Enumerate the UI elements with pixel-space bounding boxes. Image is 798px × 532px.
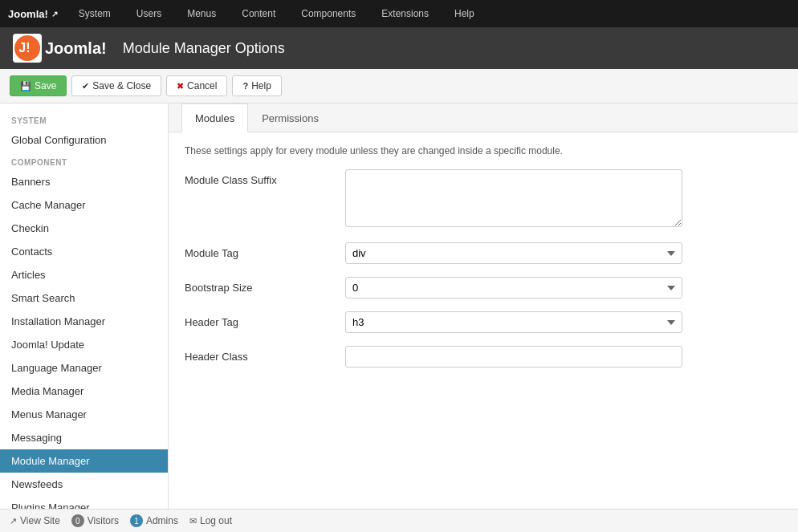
footer-visitors: 0 Visitors [71,514,119,527]
brand[interactable]: Joomla! ↗ [8,8,58,20]
sidebar-system-label: SYSTEM [0,110,168,128]
sidebar-item-joomla-update[interactable]: Joomla! Update [0,333,168,356]
save-label: Save [35,80,56,91]
cancel-label: Cancel [187,80,217,91]
joomla-logo: J! Joomla! [13,34,107,63]
save-close-label: Save & Close [92,80,151,91]
select-header-tag[interactable]: h1 h2 h3 h4 h5 h6 [345,311,682,333]
page-header: J! Joomla! Module Manager Options [0,27,798,69]
settings-description: These settings apply for every module un… [185,145,782,156]
form-row-bootstrap-size: Bootstrap Size 0 1 2 3 4 6 8 12 [185,277,782,298]
content-body: These settings apply for every module un… [169,132,798,393]
sidebar-component-label: COMPONENT [0,152,168,170]
sidebar-item-checkin[interactable]: Checkin [0,217,168,240]
sidebar-item-installation-manager[interactable]: Installation Manager [0,310,168,333]
share-icon [10,515,17,526]
field-module-class-suffix [345,169,682,229]
brand-label: Joomla! [8,8,48,20]
cancel-button[interactable]: Cancel [166,75,227,96]
sidebar-item-module-manager[interactable]: Module Manager [0,449,168,473]
top-navbar: Joomla! ↗ System Users Menus Content Com… [0,0,798,27]
footer-bar: View Site 0 Visitors 1 Admins Log out [0,509,798,532]
svg-text:J!: J! [18,41,30,55]
visitors-label: Visitors [88,515,119,526]
nav-menus[interactable]: Menus [182,0,221,27]
sidebar-item-banners[interactable]: Banners [0,170,168,193]
nav-users[interactable]: Users [132,0,166,27]
sidebar-item-newsfeeds[interactable]: Newsfeeds [0,473,168,496]
content-area: Modules Permissions These settings apply… [169,104,798,532]
help-label: Help [251,80,271,91]
label-header-tag: Header Tag [185,311,345,328]
footer-admins: 1 Admins [130,514,178,527]
form-row-header-tag: Header Tag h1 h2 h3 h4 h5 h6 [185,311,782,333]
tab-permissions[interactable]: Permissions [248,104,332,132]
view-site-label: View Site [20,515,60,526]
sidebar-item-messaging[interactable]: Messaging [0,426,168,449]
nav-components[interactable]: Components [296,0,360,27]
form-row-module-class-suffix: Module Class Suffix [185,169,782,229]
times-icon [177,80,184,91]
logo-text: Joomla! [45,39,107,58]
check-icon [82,80,89,91]
input-module-class-suffix[interactable] [345,169,682,227]
field-header-tag: h1 h2 h3 h4 h5 h6 [345,311,682,333]
sidebar-item-media-manager[interactable]: Media Manager [0,380,168,403]
sidebar: SYSTEM Global Configuration COMPONENT Ba… [0,104,169,532]
label-module-tag: Module Tag [185,242,345,259]
logo-icon: J! [13,34,42,63]
sidebar-item-global-configuration[interactable]: Global Configuration [0,128,168,152]
label-bootstrap-size: Bootstrap Size [185,277,345,294]
nav-system[interactable]: System [74,0,116,27]
help-button[interactable]: Help [232,75,281,96]
toolbar: Save Save & Close Cancel Help [0,69,798,104]
sidebar-item-language-manager[interactable]: Language Manager [0,356,168,380]
save-icon [20,80,31,91]
page-title: Module Manager Options [123,40,285,57]
logout-label: Log out [200,515,232,526]
save-button[interactable]: Save [10,75,67,96]
tab-modules[interactable]: Modules [181,104,248,132]
label-header-class: Header Class [185,346,345,363]
form-row-header-class: Header Class [185,346,782,368]
nav-extensions[interactable]: Extensions [377,0,434,27]
field-bootstrap-size: 0 1 2 3 4 6 8 12 [345,277,682,298]
admins-label: Admins [146,515,178,526]
label-module-class-suffix: Module Class Suffix [185,169,345,186]
tabs-bar: Modules Permissions [169,104,798,132]
field-module-tag: div span section article [345,242,682,264]
input-header-class[interactable] [345,346,682,368]
sidebar-item-articles[interactable]: Articles [0,263,168,286]
joomla-emblem-icon: J! [14,35,40,61]
select-module-tag[interactable]: div span section article [345,242,682,264]
mail-icon [189,515,197,526]
external-link-icon: ↗ [51,10,58,18]
sidebar-item-menus-manager[interactable]: Menus Manager [0,403,168,426]
sidebar-item-smart-search[interactable]: Smart Search [0,286,168,310]
save-close-button[interactable]: Save & Close [71,75,161,96]
form-row-module-tag: Module Tag div span section article [185,242,782,264]
sidebar-item-contacts[interactable]: Contacts [0,240,168,263]
main-layout: SYSTEM Global Configuration COMPONENT Ba… [0,104,798,532]
footer-view-site[interactable]: View Site [10,515,60,526]
question-icon [242,80,248,91]
sidebar-item-cache-manager[interactable]: Cache Manager [0,193,168,217]
field-header-class [345,346,682,368]
nav-help[interactable]: Help [450,0,479,27]
select-bootstrap-size[interactable]: 0 1 2 3 4 6 8 12 [345,277,682,298]
footer-logout[interactable]: Log out [189,515,232,526]
admins-badge: 1 [130,514,143,527]
visitors-badge: 0 [71,514,84,527]
nav-content[interactable]: Content [237,0,280,27]
